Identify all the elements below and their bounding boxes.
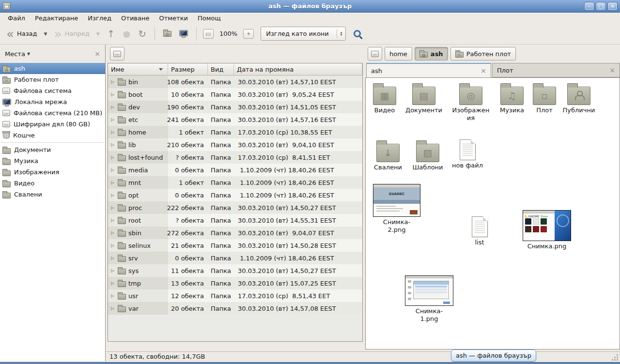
tab-Плот[interactable]: Плот× xyxy=(492,63,620,77)
sidebar-item[interactable]: Работен плот xyxy=(0,74,105,85)
path-button[interactable]: ash xyxy=(415,47,448,61)
zoom-out-button[interactable]: ▭ xyxy=(203,29,214,39)
sidebar-item[interactable]: Файлова система xyxy=(0,85,105,96)
search-icon[interactable] xyxy=(354,30,361,37)
table-row[interactable]: ▷selinux21 обектаПапка30.03.2010 (вт) 14… xyxy=(108,239,362,252)
sidebar-item[interactable]: Локална мрежа xyxy=(0,96,105,107)
sidebar-close-icon[interactable]: × xyxy=(94,50,100,58)
home-button[interactable] xyxy=(159,27,175,40)
column-header[interactable]: Име xyxy=(108,63,168,76)
icon-view-item[interactable]: GUADECСнимка-2.png xyxy=(372,184,421,234)
table-row[interactable]: ▷sbin272 обектаПапка30.03.2010 (вт) 9,04… xyxy=(108,227,362,239)
sidebar-item[interactable]: Шифриран дял (80 GB) xyxy=(0,119,105,130)
icon-view-item[interactable]: нов файл xyxy=(446,139,489,169)
table-row[interactable]: ▷lost+found? обектаПапка17.03.2010 (ср) … xyxy=(108,151,362,164)
expander-icon[interactable]: ▷ xyxy=(110,218,115,223)
icon-view-item[interactable]: list xyxy=(458,216,501,246)
expander-icon[interactable]: ▷ xyxy=(110,230,115,235)
sidebar-item[interactable]: Файлова система (210 MB) xyxy=(0,107,105,119)
menu-item[interactable]: Изглед xyxy=(83,14,116,23)
expander-icon[interactable]: ▷ xyxy=(110,205,115,210)
expander-icon[interactable]: ▷ xyxy=(110,180,115,185)
menu-item[interactable]: Отиване xyxy=(116,14,154,23)
path-button[interactable]: Работен плот xyxy=(450,47,516,61)
column-header[interactable]: Вид xyxy=(208,63,234,76)
places-title[interactable]: Места xyxy=(5,50,25,58)
tab-close-icon[interactable]: × xyxy=(609,66,615,74)
expander-icon[interactable]: ▷ xyxy=(110,268,115,273)
table-row[interactable]: ▷opt0 обектаПапка 1.10.2009 (чт) 18,40,2… xyxy=(108,189,362,201)
sidebar-item[interactable]: Документи xyxy=(0,144,105,155)
table-row[interactable]: ▷var20 обектаПапка30.03.2010 (вт) 14,57,… xyxy=(108,302,362,315)
expander-icon[interactable]: ▷ xyxy=(110,306,115,311)
table-row[interactable]: ▷boot10 обектаПапка30.03.2010 (вт) 9,05,… xyxy=(108,88,362,101)
icon-view-item[interactable]: ▦Видео xyxy=(365,82,406,114)
table-row[interactable]: ▷usr12 обектаПапка17.03.2010 (ср) 8,51,4… xyxy=(108,289,362,302)
table-row[interactable]: ▷media0 обектаПапка 1.10.2009 (чт) 18,40… xyxy=(108,164,362,176)
expander-icon[interactable]: ▷ xyxy=(110,130,115,135)
tab-close-icon[interactable]: × xyxy=(480,67,486,75)
expander-icon[interactable]: ▷ xyxy=(110,281,115,286)
maximize-button[interactable]: □ xyxy=(596,2,606,11)
table-row[interactable]: ▷lib210 обектаПапка30.03.2010 (вт) 9,04,… xyxy=(108,138,362,151)
icon-view-item[interactable]: Снимка-1.png xyxy=(405,275,453,323)
expander-icon[interactable]: ▷ xyxy=(110,293,115,298)
sidebar-item[interactable]: ash xyxy=(0,63,105,74)
forward-button[interactable]: » Напред xyxy=(50,29,93,39)
sidebar-item[interactable]: Музика xyxy=(0,155,105,167)
icon-view-item[interactable]: Публични xyxy=(557,82,601,114)
expander-icon[interactable]: ▷ xyxy=(110,92,115,97)
expander-icon[interactable]: ▷ xyxy=(110,193,115,197)
icon-view-item[interactable]: ▤Документи xyxy=(402,82,446,114)
menu-item[interactable]: Редактиране xyxy=(30,14,83,23)
sidebar-item[interactable]: Свалени xyxy=(0,189,105,200)
tab-ash[interactable]: ash× xyxy=(366,63,491,77)
path-button[interactable] xyxy=(368,47,382,61)
forward-history-dropdown[interactable]: ▼ xyxy=(93,30,103,37)
column-header[interactable]: Размер xyxy=(168,63,208,76)
back-button[interactable]: « Назад xyxy=(3,29,41,39)
minimize-button[interactable]: – xyxy=(584,2,594,11)
table-row[interactable]: ▷etc241 обектаПапка30.03.2010 (вт) 14,57… xyxy=(108,113,362,126)
table-row[interactable]: ▷proc222 обектаПапка30.03.2010 (вт) 14,5… xyxy=(108,201,362,214)
icon-view-item[interactable]: ↓Свалени xyxy=(366,139,410,171)
table-row[interactable]: ▷tmp13 обектаПапка30.03.2010 (вт) 15,07,… xyxy=(108,277,362,289)
expander-icon[interactable]: ▷ xyxy=(110,142,115,147)
root-path-button[interactable] xyxy=(110,47,124,61)
table-row[interactable]: ▷bin108 обектаПапка30.03.2010 (вт) 14,57… xyxy=(108,76,362,88)
expander-icon[interactable]: ▷ xyxy=(110,243,115,248)
icon-view-item[interactable]: ▨Шаблони xyxy=(406,139,450,171)
table-row[interactable]: ▷root? обектаПапка30.03.2010 (вт) 14,55,… xyxy=(108,214,362,227)
expander-icon[interactable]: ▷ xyxy=(110,167,115,172)
computer-button[interactable] xyxy=(175,28,192,40)
table-row[interactable]: ▷dev190 обектаПапка30.03.2010 (вт) 14,51… xyxy=(108,101,362,113)
stop-button[interactable]: ● xyxy=(119,29,135,39)
expander-icon[interactable]: ▷ xyxy=(110,105,115,109)
menu-item[interactable]: Помощ xyxy=(193,14,226,23)
expander-icon[interactable]: ▷ xyxy=(110,79,115,84)
up-button[interactable]: ↑ xyxy=(103,28,119,40)
resize-grip[interactable] xyxy=(611,354,618,361)
expander-icon[interactable]: ▷ xyxy=(110,155,115,160)
table-row[interactable]: ▷mnt1 обектПапка 1.10.2009 (чт) 18,40,26… xyxy=(108,176,362,189)
menu-item[interactable]: Файл xyxy=(3,14,30,23)
close-button[interactable]: × xyxy=(607,2,618,11)
sidebar-item[interactable]: Кошче xyxy=(0,130,105,141)
table-row[interactable]: ▷home1 обектПапка17.03.2010 (ср) 10,38,5… xyxy=(108,126,362,138)
sidebar-item[interactable]: Видео xyxy=(0,178,105,189)
zoom-in-button[interactable]: ＋ xyxy=(243,29,254,39)
column-header[interactable]: Дата на промяна xyxy=(234,63,362,76)
sidebar-item[interactable]: Изображения xyxy=(0,167,105,178)
view-mode-select[interactable]: Изглед като икони ▴▾ xyxy=(261,27,346,41)
icon-view-item[interactable]: ◎Изображения xyxy=(449,82,493,122)
path-button[interactable]: home xyxy=(385,47,412,61)
back-history-dropdown[interactable]: ▼ xyxy=(41,30,51,37)
reload-button[interactable]: ↻ xyxy=(134,28,150,40)
table-row[interactable]: ▷sys11 обектаПапка30.03.2010 (вт) 14,50,… xyxy=(108,264,362,277)
icon-view-item[interactable]: 🦶GNOME StoreСнимка.png xyxy=(523,210,571,250)
taskbar-window-button[interactable]: ash — файлов браузър xyxy=(451,349,536,362)
table-row[interactable]: ▷srv0 обектаПапка 1.10.2009 (чт) 18,40,2… xyxy=(108,252,362,264)
expander-icon[interactable]: ▷ xyxy=(110,256,115,260)
expander-icon[interactable]: ▷ xyxy=(110,117,115,122)
menu-item[interactable]: Отметки xyxy=(154,14,192,23)
